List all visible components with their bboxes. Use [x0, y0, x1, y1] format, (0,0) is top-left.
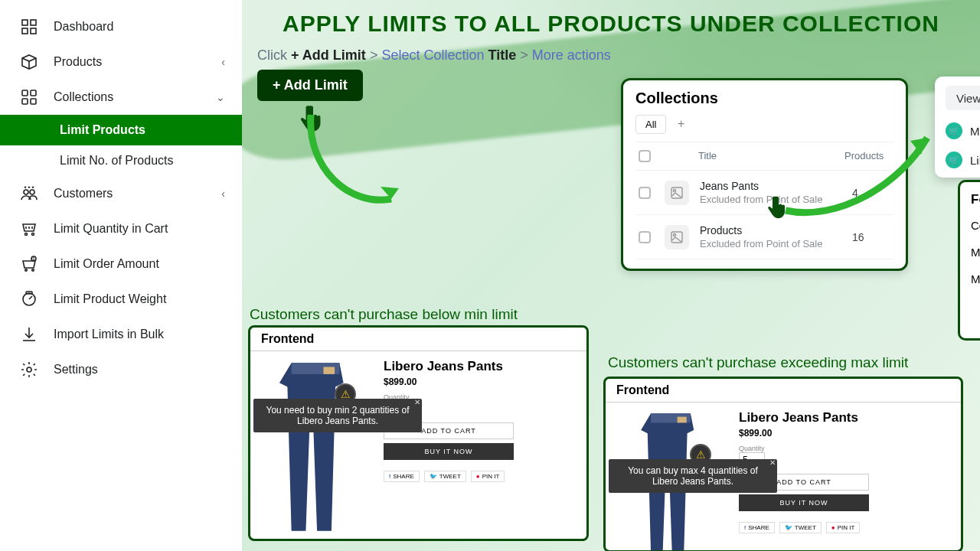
svg-rect-3	[31, 28, 36, 34]
product-image	[258, 359, 373, 535]
view-button[interactable]: View	[946, 86, 980, 110]
sidebar-item-limit-order-amount[interactable]: $ Limit Order Amount	[0, 246, 242, 282]
svg-text:$: $	[33, 256, 35, 261]
actions-popup: View More actions ⌄ 🛒 Min Max Qty for Pr…	[935, 77, 980, 178]
svg-rect-1	[31, 20, 36, 25]
min-limit-label: Min Limit	[971, 246, 980, 259]
buy-now-button[interactable]: BUY IT NOW	[384, 443, 514, 460]
buy-now-button[interactable]: BUY IT NOW	[739, 494, 869, 511]
close-icon[interactable]: ✕	[769, 458, 776, 467]
note-max: Customers can't purchase exceeding max l…	[608, 354, 908, 371]
breadcrumb: Click + Add Limit > Select Collection Ti…	[257, 47, 965, 64]
collection-label: Collection	[971, 219, 980, 232]
weight-icon	[17, 290, 41, 308]
qty-label: Quantity	[739, 445, 953, 452]
add-tab-button[interactable]: +	[678, 117, 684, 130]
row-count: 16	[852, 231, 890, 243]
column-title: Title	[698, 150, 844, 162]
money-cart-icon: $	[17, 255, 41, 273]
product-name: Libero Jeans Pants	[384, 359, 579, 374]
svg-point-13	[32, 269, 34, 272]
sidebar-item-label: Customers	[54, 187, 113, 201]
row-name: Products	[700, 224, 852, 236]
svg-rect-0	[22, 20, 28, 25]
form-heading: For collection ⟶ Jeans Pants	[971, 191, 980, 207]
column-products: Products	[844, 150, 890, 162]
sidebar-item-label: Limit Products	[60, 123, 145, 137]
frontend-panel-max: Frontend You can buy max 4 quantities of…	[603, 377, 963, 551]
image-icon	[665, 181, 689, 205]
chevron-down-icon: ⌄	[216, 91, 225, 103]
max-limit-label: Max Limit	[971, 272, 980, 285]
frontend-title: Frontend	[250, 328, 586, 351]
sidebar-item-label: Limit Product Weight	[54, 292, 166, 306]
sidebar-item-label: Limit Quantity in Cart	[54, 222, 168, 236]
sidebar-item-label: Limit Order Amount	[54, 257, 159, 271]
svg-point-8	[24, 190, 28, 194]
pin-button[interactable]: ●PIN IT	[826, 522, 861, 533]
select-all-checkbox[interactable]	[639, 150, 651, 162]
sidebar-item-collections[interactable]: Collections ⌄	[0, 80, 242, 115]
sidebar-item-limit-products[interactable]: Limit Products	[0, 115, 242, 145]
users-icon	[17, 184, 41, 203]
product-price: $899.00	[739, 428, 953, 439]
action-limit-collection[interactable]: 🛒 Limit Collection Products	[946, 152, 980, 168]
product-price: $899.00	[384, 377, 579, 387]
limit-form: For collection ⟶ Jeans Pants Collection …	[958, 180, 980, 341]
toast-min: You need to buy min 2 quantities of Libe…	[253, 399, 422, 432]
add-limit-button[interactable]: + Add Limit	[257, 70, 363, 101]
tweet-button[interactable]: 🐦TWEET	[779, 522, 822, 533]
sidebar-item-products[interactable]: Products ‹	[0, 44, 242, 80]
row-checkbox[interactable]	[639, 187, 651, 199]
svg-point-18	[27, 367, 31, 372]
sidebar-item-limit-weight[interactable]: Limit Product Weight	[0, 282, 242, 317]
sidebar-item-customers[interactable]: Customers ‹	[0, 176, 242, 211]
sidebar-item-limit-no-products[interactable]: Limit No. of Products	[0, 145, 242, 176]
sidebar-item-label: Limit No. of Products	[60, 154, 174, 168]
tab-all[interactable]: All	[635, 115, 666, 134]
app-icon: 🛒	[946, 122, 962, 139]
share-button[interactable]: fSHARE	[739, 522, 775, 533]
row-sub: Excluded from Point of Sale	[700, 238, 852, 249]
row-checkbox[interactable]	[639, 231, 651, 243]
table-row[interactable]: Products Excluded from Point of Sale 16	[635, 215, 893, 259]
pin-button[interactable]: ●PIN IT	[471, 471, 505, 482]
action-min-max-qty[interactable]: 🛒 Min Max Qty for Products	[946, 122, 980, 139]
svg-point-11	[32, 233, 34, 236]
tweet-button[interactable]: 🐦TWEET	[424, 471, 466, 482]
frontend-title: Frontend	[606, 379, 961, 403]
svg-rect-6	[22, 99, 28, 104]
sidebar-item-dashboard[interactable]: Dashboard	[0, 9, 242, 44]
svg-rect-26	[678, 417, 687, 423]
collections-panel: Collections All + Title Products Jeans P…	[621, 78, 908, 271]
box-icon	[17, 53, 41, 71]
sidebar-item-label: Products	[54, 55, 102, 69]
gear-icon	[17, 360, 41, 379]
frontend-panel-min: Frontend You need to buy min 2 quantitie…	[248, 325, 589, 541]
main-content: APPLY LIMITS TO ALL PRODUCTS UNDER COLLE…	[242, 0, 980, 551]
svg-point-9	[30, 190, 34, 194]
sidebar-item-label: Collections	[54, 90, 113, 104]
svg-point-20	[674, 189, 676, 191]
sidebar-item-limit-qty-cart[interactable]: Limit Quantity in Cart	[0, 211, 242, 246]
pointer-icon	[297, 103, 329, 135]
sidebar: Dashboard Products ‹ Collections ⌄ Limit…	[0, 0, 242, 551]
row-count: 4	[852, 187, 890, 199]
svg-rect-2	[22, 28, 28, 34]
sidebar-item-label: Settings	[54, 363, 98, 377]
sidebar-item-settings[interactable]: Settings	[0, 352, 242, 387]
sidebar-item-import[interactable]: Import Limits in Bulk	[0, 317, 242, 352]
svg-point-22	[674, 233, 676, 236]
toast-max: You can buy max 4 quantities of Libero J…	[609, 459, 777, 493]
row-name: Jeans Pants	[700, 180, 852, 192]
share-button[interactable]: fSHARE	[384, 471, 420, 482]
sidebar-item-label: Dashboard	[54, 20, 113, 34]
svg-point-10	[25, 233, 28, 236]
page-title: APPLY LIMITS TO ALL PRODUCTS UNDER COLLE…	[257, 11, 965, 37]
chevron-right-icon: ‹	[221, 187, 225, 200]
close-icon[interactable]: ✕	[414, 398, 420, 406]
svg-rect-5	[31, 90, 36, 96]
note-min: Customers can't purchase below min limit	[250, 306, 518, 323]
product-name: Libero Jeans Pants	[739, 410, 953, 425]
dashboard-icon	[17, 18, 41, 36]
